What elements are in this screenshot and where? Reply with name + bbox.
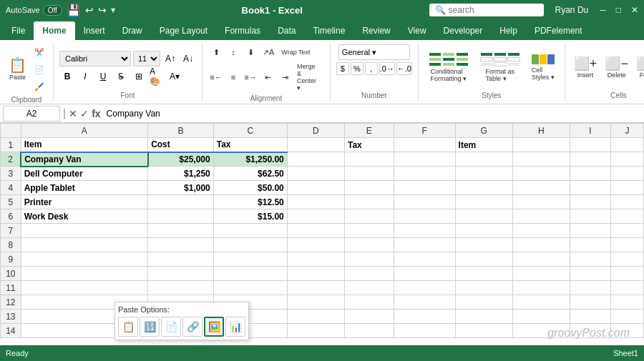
delete-button[interactable]: ⬜− Delete (602, 49, 631, 85)
cell-b2[interactable]: $25,000 (148, 152, 214, 167)
sheet-tab[interactable]: Sheet1 (613, 349, 638, 357)
tab-timeline[interactable]: Timeline (304, 21, 353, 40)
cell-c6[interactable]: $15.00 (213, 209, 287, 224)
more-icon[interactable]: ▾ (111, 5, 115, 15)
comma-button[interactable]: , (365, 62, 378, 75)
tab-formulas[interactable]: Formulas (216, 21, 269, 40)
align-left-button[interactable]: ≡← (208, 61, 224, 93)
cell-d3[interactable] (287, 167, 344, 181)
indent-decrease-button[interactable]: ⇤ (260, 61, 275, 93)
minimize-icon[interactable]: ─ (600, 5, 606, 15)
cell-h3[interactable] (512, 167, 570, 181)
undo-icon[interactable]: ↩ (85, 4, 94, 16)
cell-j2[interactable] (611, 152, 644, 167)
col-header-d[interactable]: D (287, 124, 344, 138)
row-header-6[interactable]: 6 (1, 209, 21, 224)
percent-button[interactable]: % (351, 62, 364, 75)
cell-styles-button[interactable]: CellStyles ▾ (527, 46, 559, 89)
cell-d6[interactable] (287, 209, 344, 224)
cell-j4[interactable] (611, 181, 644, 195)
tab-developer[interactable]: Developer (435, 21, 492, 40)
cell-g5[interactable] (455, 195, 512, 209)
tab-help[interactable]: Help (491, 21, 526, 40)
cell-a5[interactable]: Printer (21, 195, 148, 209)
wrap-text-button[interactable]: Wrap Text (278, 44, 313, 60)
strikethrough-button[interactable]: S̶ (113, 69, 129, 84)
cell-g2[interactable] (455, 152, 512, 167)
cell-b5[interactable] (148, 195, 214, 209)
formula-input[interactable] (104, 106, 641, 122)
col-header-g[interactable]: G (455, 124, 512, 138)
underline-button[interactable]: U (95, 69, 111, 84)
orientation-button[interactable]: ↗A (260, 44, 277, 60)
tab-insert[interactable]: Insert (75, 21, 114, 40)
cell-b3[interactable]: $1,250 (148, 167, 214, 181)
cell-h5[interactable] (512, 195, 570, 209)
cell-c2[interactable]: $1,250.00 (213, 152, 287, 167)
tab-draw[interactable]: Draw (114, 21, 151, 40)
cell-b6[interactable] (148, 209, 214, 224)
save-icon[interactable]: 💾 (67, 4, 81, 17)
cell-d4[interactable] (287, 181, 344, 195)
paste-picture-button[interactable]: 🖼️ (204, 317, 224, 337)
cell-h6[interactable] (512, 209, 570, 224)
indent-increase-button[interactable]: ⇥ (277, 61, 293, 93)
autosave-toggle[interactable]: Off (43, 5, 62, 16)
tab-data[interactable]: Data (269, 21, 304, 40)
row-header-3[interactable]: 3 (1, 167, 21, 181)
col-header-c[interactable]: C (213, 124, 287, 138)
tab-page-layout[interactable]: Page Layout (151, 21, 216, 40)
cell-f5[interactable] (394, 195, 455, 209)
cell-g3[interactable] (455, 167, 512, 181)
cell-e1[interactable]: Tax (344, 138, 394, 152)
name-box[interactable] (3, 106, 60, 122)
tab-file[interactable]: File (3, 21, 34, 40)
format-as-table-button[interactable]: Format asTable ▾ (476, 46, 525, 89)
cell-h1[interactable] (512, 138, 570, 152)
cell-i2[interactable] (570, 152, 610, 167)
cell-a2[interactable]: Company Van (21, 152, 148, 167)
format-painter-button[interactable]: 🖌️ (31, 79, 47, 94)
increase-decimal-button[interactable]: .0→ (379, 62, 395, 75)
align-bottom-button[interactable]: ⬇ (243, 44, 258, 60)
copy-button[interactable]: 📄 (31, 61, 47, 77)
tab-pdfelement[interactable]: PDFelement (526, 21, 591, 40)
cell-i3[interactable] (570, 167, 610, 181)
cell-j6[interactable] (611, 209, 644, 224)
col-header-e[interactable]: E (344, 124, 394, 138)
col-header-b[interactable]: B (148, 124, 214, 138)
cell-j1[interactable] (611, 138, 644, 152)
fill-color-button[interactable]: A🎨 (149, 69, 165, 84)
paste-special-button[interactable]: 📊 (225, 317, 245, 337)
number-format-select[interactable]: General ▾ (338, 44, 410, 60)
confirm-formula-icon[interactable]: ✓ (80, 108, 89, 119)
cell-d5[interactable] (287, 195, 344, 209)
cell-i5[interactable] (570, 195, 610, 209)
cell-a6[interactable]: Work Desk (21, 209, 148, 224)
cell-f6[interactable] (394, 209, 455, 224)
align-top-button[interactable]: ⬆ (208, 44, 224, 60)
merge-center-button[interactable]: Merge & Center ▾ (294, 61, 324, 93)
bold-button[interactable]: B (59, 69, 75, 84)
cell-i6[interactable] (570, 209, 610, 224)
cell-f1[interactable] (394, 138, 455, 152)
paste-default-button[interactable]: 📋 (118, 317, 138, 337)
search-input[interactable] (449, 5, 535, 15)
paste-link-button[interactable]: 🔗 (182, 317, 203, 337)
cell-j5[interactable] (611, 195, 644, 209)
tab-home[interactable]: Home (34, 21, 74, 40)
cell-d1[interactable] (287, 138, 344, 152)
col-header-f[interactable]: F (394, 124, 455, 138)
cell-f3[interactable] (394, 167, 455, 181)
decrease-decimal-button[interactable]: ←.0 (396, 62, 412, 75)
cell-j3[interactable] (611, 167, 644, 181)
dollar-button[interactable]: $ (336, 62, 349, 75)
col-header-h[interactable]: H (512, 124, 570, 138)
font-color-button[interactable]: A▾ (167, 69, 182, 84)
corner-cell[interactable] (1, 124, 21, 138)
italic-button[interactable]: I (77, 69, 93, 84)
row-header-2[interactable]: 2 (1, 152, 21, 167)
cell-g1[interactable]: Item (455, 138, 512, 152)
cell-g4[interactable] (455, 181, 512, 195)
cell-f4[interactable] (394, 181, 455, 195)
